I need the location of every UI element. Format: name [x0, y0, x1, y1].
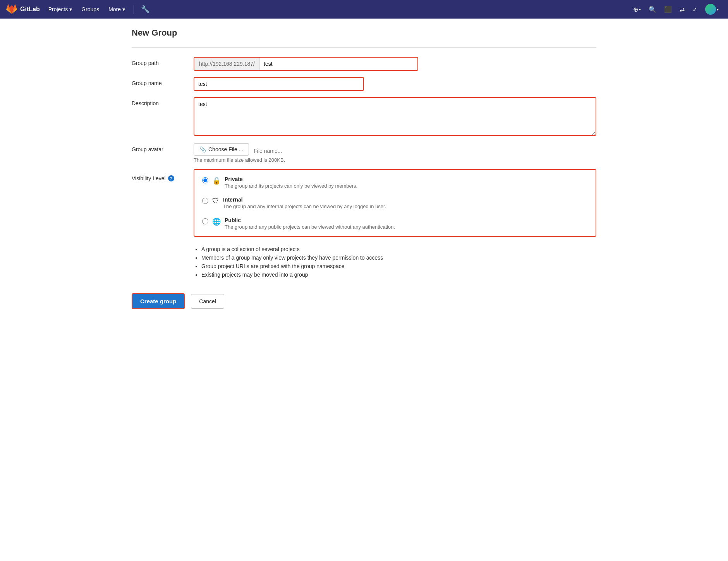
gitlab-wordmark: GitLab — [20, 6, 40, 13]
description-field: test — [194, 97, 596, 137]
visibility-radio-internal[interactable] — [202, 198, 208, 204]
visibility-public-desc: The group and any public projects can be… — [225, 224, 395, 230]
visibility-internal-desc: The group and any internal projects can … — [223, 204, 386, 209]
info-list: A group is a collection of several proje… — [194, 246, 596, 278]
visibility-internal-title: Internal — [223, 197, 386, 203]
merge-requests-button[interactable]: ⇄ — [676, 3, 688, 15]
description-textarea[interactable]: test — [194, 97, 596, 136]
group-name-row: Group name — [132, 77, 596, 91]
info-list-item: Members of a group may only view project… — [201, 255, 596, 261]
group-path-input[interactable] — [260, 58, 417, 70]
info-list-item: Group project URLs are prefixed with the… — [201, 263, 596, 269]
group-name-input[interactable] — [194, 77, 364, 91]
search-button[interactable]: 🔍 — [646, 3, 659, 15]
file-name-display: File name... — [254, 145, 282, 154]
sidebar-toggle-button[interactable]: ⬛ — [661, 3, 675, 15]
nav-groups[interactable]: Groups — [77, 4, 103, 15]
visibility-help-icon[interactable]: ? — [168, 175, 174, 181]
shield-icon: 🛡 — [212, 197, 219, 205]
form-buttons: Create group Cancel — [132, 293, 596, 309]
avatar-field: 📎 Choose File ... File name... The maxim… — [194, 143, 596, 163]
user-avatar — [705, 4, 716, 15]
description-row: Description test — [132, 97, 596, 137]
globe-icon: 🌐 — [212, 217, 221, 226]
info-list-item: A group is a collection of several proje… — [201, 246, 596, 252]
page-content: New Group Group path http://192.168.229.… — [124, 19, 604, 325]
group-path-row: Group path http://192.168.229.187/ — [132, 57, 596, 71]
create-group-button[interactable]: Create group — [132, 293, 185, 309]
avatar-label: Group avatar — [132, 143, 194, 152]
navbar-divider — [134, 5, 134, 14]
navbar-right: ⊕▾ 🔍 ⬛ ⇄ ✓ ▾ — [630, 2, 722, 17]
visibility-radio-public[interactable] — [202, 218, 208, 224]
user-menu-button[interactable]: ▾ — [702, 2, 722, 17]
gitlab-brand[interactable]: GitLab — [6, 4, 40, 15]
group-path-prefix: http://192.168.229.187/ — [194, 58, 260, 70]
info-list-item: Existing projects may be moved into a gr… — [201, 272, 596, 278]
visibility-option-internal: 🛡 Internal The group and any internal pr… — [202, 197, 588, 209]
avatar-hint: The maximum file size allowed is 200KB. — [194, 157, 596, 163]
group-path-label: Group path — [132, 57, 194, 66]
nav-more[interactable]: More ▾ — [105, 4, 129, 15]
visibility-options-box: 🔒 Private The group and its projects can… — [194, 169, 596, 237]
choose-file-button[interactable]: 📎 Choose File ... — [194, 143, 249, 156]
issues-button[interactable]: ✓ — [689, 3, 701, 15]
visibility-label: Visibility Level — [132, 175, 166, 181]
form-divider — [132, 47, 596, 48]
avatar-row: Group avatar 📎 Choose File ... File name… — [132, 143, 596, 163]
group-path-container: http://192.168.229.187/ — [194, 57, 418, 71]
lock-icon: 🔒 — [212, 176, 221, 185]
group-path-field: http://192.168.229.187/ — [194, 57, 596, 71]
visibility-label-col: Visibility Level ? — [132, 169, 194, 181]
group-name-field — [194, 77, 596, 91]
description-label: Description — [132, 97, 194, 106]
navbar: GitLab Projects ▾ Groups More ▾ 🔧 ⊕▾ 🔍 ⬛… — [0, 0, 728, 19]
paperclip-icon: 📎 — [199, 146, 206, 152]
new-item-button[interactable]: ⊕▾ — [630, 3, 644, 15]
nav-projects[interactable]: Projects ▾ — [45, 4, 76, 15]
cancel-button[interactable]: Cancel — [191, 294, 224, 309]
visibility-public-title: Public — [225, 217, 395, 223]
visibility-section: Visibility Level ? 🔒 Private The group a… — [132, 169, 596, 237]
visibility-option-public: 🌐 Public The group and any public projec… — [202, 217, 588, 230]
page-title: New Group — [132, 28, 596, 38]
admin-wrench-icon[interactable]: 🔧 — [139, 3, 152, 16]
visibility-private-desc: The group and its projects can only be v… — [225, 183, 357, 189]
visibility-radio-private[interactable] — [202, 177, 208, 183]
choose-file-label: Choose File ... — [208, 146, 243, 152]
visibility-option-private: 🔒 Private The group and its projects can… — [202, 176, 588, 189]
group-name-label: Group name — [132, 77, 194, 86]
visibility-private-title: Private — [225, 176, 357, 182]
